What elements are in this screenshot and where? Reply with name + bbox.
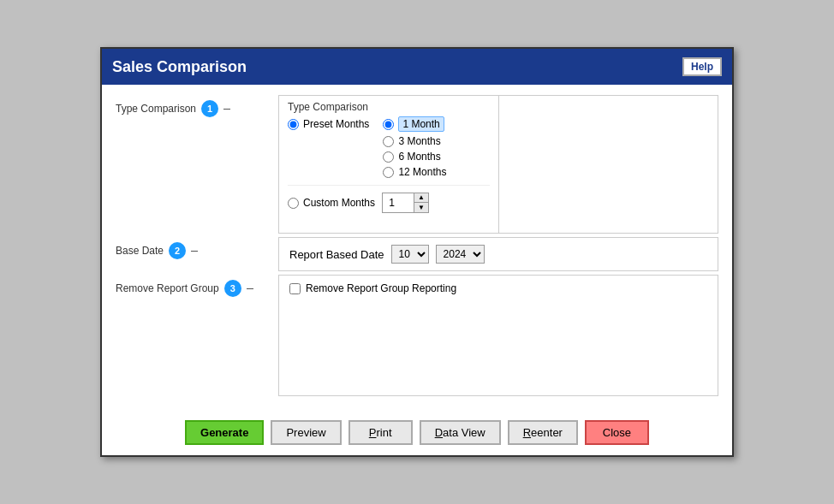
print-rest: rint bbox=[376, 426, 391, 439]
custom-months-spinner: ▲ ▼ bbox=[382, 193, 429, 213]
remove-group-checkbox[interactable] bbox=[289, 283, 301, 294]
reenter-button[interactable]: Reenter bbox=[508, 420, 578, 445]
type-comparison-badge: 1 bbox=[201, 100, 218, 117]
type-comparison-inner: Type Comparison Preset Months bbox=[279, 96, 498, 218]
radio-12months[interactable] bbox=[383, 167, 394, 178]
option-12months[interactable]: 12 Months bbox=[383, 166, 446, 178]
reenter-underline: R bbox=[523, 426, 531, 439]
custom-months-label: Custom Months bbox=[303, 197, 375, 209]
dataview-underline: D bbox=[435, 426, 443, 439]
connector-line-2 bbox=[191, 251, 198, 252]
type-comparison-left: Type Comparison Preset Months bbox=[279, 96, 499, 233]
type-comparison-label: Type Comparison bbox=[116, 103, 196, 115]
label-3months: 3 Months bbox=[398, 135, 440, 147]
data-view-button[interactable]: Data View bbox=[420, 420, 501, 445]
close-button[interactable]: Close bbox=[585, 420, 649, 445]
custom-months-row: Custom Months ▲ ▼ bbox=[288, 185, 490, 213]
type-comparison-right-empty bbox=[499, 96, 718, 233]
label-1month: 1 Month bbox=[398, 116, 444, 132]
report-based-date-label: Report Based Date bbox=[289, 248, 384, 261]
base-date-label-col: Base Date 2 bbox=[116, 237, 278, 259]
connector-line-3 bbox=[247, 288, 253, 289]
remove-group-row: Remove Report Group 3 Remove Report Grou… bbox=[116, 275, 718, 396]
label-6months: 6 Months bbox=[398, 151, 440, 163]
generate-button[interactable]: Generate bbox=[185, 420, 264, 445]
preset-months-label: Preset Months bbox=[303, 118, 369, 130]
type-comparison-row: Type Comparison 1 Type Comparison bbox=[116, 95, 718, 234]
inner-type-label: Type Comparison bbox=[288, 101, 490, 113]
connector-line-1 bbox=[223, 109, 230, 110]
radio-6months[interactable] bbox=[383, 151, 394, 163]
preset-months-radio-label[interactable]: Preset Months bbox=[288, 118, 369, 130]
remove-group-label-col: Remove Report Group 3 bbox=[116, 275, 278, 297]
option-1month[interactable]: 1 Month bbox=[383, 116, 446, 132]
base-date-content: Report Based Date 10 1 2 3 4 5 6 7 8 9 1… bbox=[278, 237, 718, 271]
custom-months-input[interactable] bbox=[383, 193, 414, 212]
year-select[interactable]: 2024 2020 2021 2022 2023 2025 bbox=[436, 245, 485, 264]
type-comparison-panels: Type Comparison Preset Months bbox=[279, 96, 718, 233]
print-button[interactable]: Print bbox=[348, 420, 413, 445]
base-date-label: Base Date bbox=[116, 245, 164, 257]
dialog-header: Sales Comparison Help bbox=[102, 49, 732, 85]
remove-group-checkbox-text: Remove Report Group Reporting bbox=[306, 282, 456, 294]
type-comparison-content: Type Comparison Preset Months bbox=[278, 95, 718, 234]
base-date-badge: 2 bbox=[169, 242, 186, 259]
type-comparison-label-col: Type Comparison 1 bbox=[116, 95, 278, 117]
custom-months-radio-label[interactable]: Custom Months bbox=[288, 197, 375, 209]
dataview-rest: ata View bbox=[443, 426, 486, 439]
remove-group-checkbox-label[interactable]: Remove Report Group Reporting bbox=[289, 282, 707, 294]
radio-3months[interactable] bbox=[383, 136, 394, 147]
custom-months-radio[interactable] bbox=[288, 198, 299, 209]
sales-comparison-dialog: Sales Comparison Help Type Comparison 1 … bbox=[100, 47, 734, 457]
preset-months-radio[interactable] bbox=[288, 119, 299, 130]
preview-button[interactable]: Preview bbox=[271, 420, 341, 445]
remove-group-badge: 3 bbox=[224, 280, 241, 297]
month-select[interactable]: 10 1 2 3 4 5 6 7 8 9 11 12 bbox=[391, 245, 429, 264]
preset-col: Preset Months bbox=[288, 116, 369, 130]
dialog-title: Sales Comparison bbox=[112, 58, 247, 76]
help-button[interactable]: Help bbox=[682, 57, 722, 76]
option-3months[interactable]: 3 Months bbox=[383, 135, 446, 147]
dialog-footer: Generate Preview Print Data View Reenter… bbox=[102, 410, 732, 455]
base-date-inner: Report Based Date 10 1 2 3 4 5 6 7 8 9 1… bbox=[279, 238, 718, 270]
remove-group-label: Remove Report Group bbox=[116, 282, 219, 294]
label-12months: 12 Months bbox=[398, 166, 446, 178]
spinner-up-button[interactable]: ▲ bbox=[414, 193, 428, 203]
base-date-row: Base Date 2 Report Based Date 10 1 2 3 4… bbox=[116, 237, 718, 271]
months-options-group: 1 Month 3 Months 6 Months bbox=[383, 116, 446, 178]
dialog-body: Type Comparison 1 Type Comparison bbox=[102, 85, 732, 410]
reenter-rest: eenter bbox=[531, 426, 563, 439]
spinner-buttons: ▲ ▼ bbox=[414, 193, 428, 212]
spinner-down-button[interactable]: ▼ bbox=[414, 203, 428, 212]
preset-and-options: Preset Months 1 Month bbox=[288, 116, 490, 178]
radio-1month[interactable] bbox=[383, 119, 394, 130]
option-6months[interactable]: 6 Months bbox=[383, 151, 446, 163]
remove-group-inner: Remove Report Group Reporting bbox=[279, 276, 718, 395]
remove-group-content: Remove Report Group Reporting bbox=[278, 275, 718, 396]
